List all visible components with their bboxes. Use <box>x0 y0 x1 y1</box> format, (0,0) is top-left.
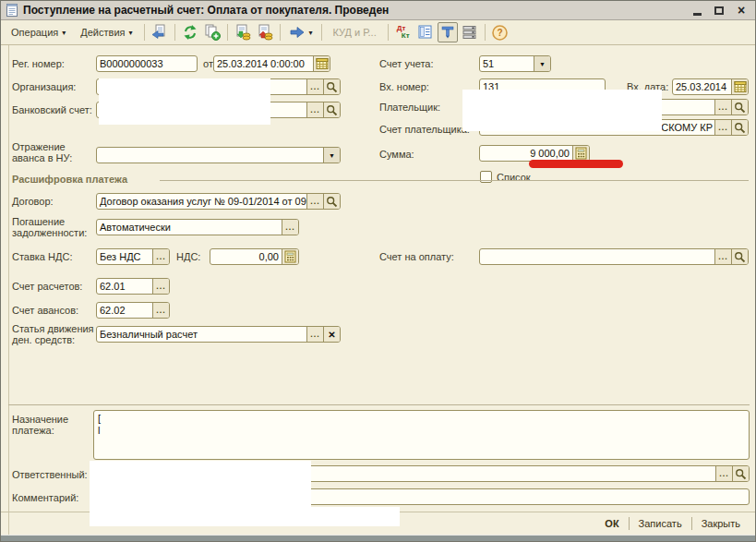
dtkt-button[interactable]: Дт Кт <box>393 22 414 42</box>
bank-account-select-button[interactable]: ... <box>306 102 323 117</box>
debt-repayment-label: Погашение задолженности: <box>12 216 93 238</box>
toolbar-separator <box>485 24 486 41</box>
structure-button[interactable] <box>460 22 480 42</box>
magnifier-icon <box>734 251 746 263</box>
advance-account-label: Счет авансов: <box>12 305 78 316</box>
contract-open-button[interactable] <box>323 194 340 209</box>
document-icon <box>6 4 18 17</box>
calculator-icon <box>575 147 587 160</box>
vat-label: НДС: <box>176 251 200 262</box>
vat-rate-select-button[interactable]: ... <box>152 249 169 264</box>
actions-menu-button[interactable]: Действия ▾ <box>74 23 138 42</box>
payment-purpose-textarea[interactable]: [ l <box>93 410 750 460</box>
responsible-open-button[interactable] <box>732 466 749 481</box>
chevron-down-icon: ▾ <box>62 29 66 37</box>
contract-select-button[interactable]: ... <box>306 194 323 209</box>
maximize-button[interactable] <box>713 4 726 17</box>
contract-value: Договор оказания услуг № 09-01/2014 от 0… <box>97 194 306 209</box>
invoice-value <box>480 249 714 264</box>
reread-button[interactable] <box>150 22 170 42</box>
responsible-label: Ответственный: <box>12 469 88 480</box>
advance-account-field[interactable]: 62.02 ... <box>96 302 170 319</box>
payer-account-open-button[interactable] <box>731 120 748 135</box>
account-combo[interactable]: 51 ▼ <box>479 55 551 72</box>
kud-button[interactable]: КУД и Р... <box>327 23 383 42</box>
journal-button[interactable] <box>415 22 436 42</box>
toolbar-separator <box>388 24 389 41</box>
invoice-field[interactable]: ... <box>479 248 749 265</box>
copy-button[interactable] <box>202 22 222 42</box>
account-value: 51 <box>480 56 534 71</box>
advance-account-select-button[interactable]: ... <box>152 303 169 318</box>
unpost-document-button[interactable] <box>255 22 275 42</box>
close-icon[interactable]: × <box>735 4 748 17</box>
invoice-select-button[interactable]: ... <box>714 249 731 264</box>
in-date-value: 25.03.2014 <box>673 79 731 94</box>
unpost-document-icon <box>257 24 273 41</box>
help-button[interactable]: ? <box>490 22 510 42</box>
redaction-overlay <box>462 90 662 131</box>
document-window: Поступление на расчетный счет: Оплата от… <box>0 0 756 542</box>
reg-number-field[interactable]: В0000000033 <box>96 55 198 72</box>
payment-details-section-title: Расшифровка платежа <box>12 174 127 185</box>
magnifier-icon <box>735 468 747 480</box>
payer-account-select-button[interactable]: ... <box>714 120 731 135</box>
cash-flow-item-value: Безналичный расчет <box>97 327 306 342</box>
settlement-account-select-button[interactable]: ... <box>152 279 169 294</box>
goto-icon <box>289 25 306 40</box>
refresh-icon <box>182 24 198 41</box>
cash-flow-item-label: Статья движения ден. средств: <box>12 323 97 345</box>
payer-open-button[interactable] <box>731 100 748 114</box>
cash-flow-item-select-button[interactable]: ... <box>306 327 323 342</box>
advance-account-value: 62.02 <box>97 303 152 318</box>
close-button[interactable]: Закрыть <box>692 516 750 531</box>
minimize-button[interactable] <box>690 4 703 17</box>
amount-value: 9 000,00 <box>480 146 572 161</box>
settlement-account-field[interactable]: 62.01 ... <box>96 278 170 295</box>
operation-menu-button[interactable]: Операция ▾ <box>5 23 72 42</box>
cash-flow-item-field[interactable]: Безналичный расчет ... ✕ <box>96 326 341 343</box>
debt-repayment-field[interactable]: Автоматически ... <box>96 219 299 235</box>
contract-field[interactable]: Договор оказания услуг № 09-01/2014 от 0… <box>96 193 341 210</box>
redaction-overlay <box>90 461 311 509</box>
vat-rate-label: Ставка НДС: <box>12 251 72 262</box>
list-checkbox[interactable] <box>480 171 492 183</box>
goto-button[interactable]: ▾ <box>285 22 317 42</box>
post-document-button[interactable] <box>233 22 253 42</box>
responsible-select-button[interactable]: ... <box>715 466 732 481</box>
amount-calculator-button[interactable] <box>572 146 589 161</box>
account-dropdown-button[interactable]: ▼ <box>534 56 550 71</box>
advance-reflection-dropdown-button[interactable]: ▼ <box>323 148 340 163</box>
vat-field[interactable]: 0,00 <box>210 248 299 265</box>
reg-date-calendar-button[interactable] <box>313 56 330 71</box>
vat-calculator-button[interactable] <box>282 249 298 264</box>
filter-button[interactable] <box>438 22 458 42</box>
vat-rate-field[interactable]: Без НДС ... <box>96 248 170 265</box>
debt-repayment-value: Автоматически <box>97 220 282 235</box>
ok-button[interactable]: ОК <box>595 516 628 531</box>
reread-document-icon <box>151 24 168 41</box>
toolbar-separator <box>280 24 281 41</box>
form-left-edge <box>8 45 9 535</box>
reg-date-field[interactable]: 25.03.2014 0:00:00 <box>213 55 330 72</box>
journal-icon <box>417 24 434 41</box>
cash-flow-item-clear-button[interactable]: ✕ <box>323 327 340 342</box>
organization-label: Организация: <box>12 81 76 92</box>
organization-select-button[interactable]: ... <box>306 79 323 94</box>
in-date-calendar-button[interactable] <box>731 79 748 94</box>
reg-number-label: Рег. номер: <box>12 58 65 69</box>
payer-select-button[interactable]: ... <box>714 100 731 114</box>
refresh-button[interactable] <box>180 22 200 42</box>
debt-repayment-select-button[interactable]: ... <box>282 220 298 235</box>
magnifier-icon <box>734 102 746 114</box>
in-date-field[interactable]: 25.03.2014 <box>672 78 749 95</box>
organization-open-button[interactable] <box>323 79 340 94</box>
advance-reflection-combo[interactable]: ▼ <box>96 147 341 163</box>
invoice-open-button[interactable] <box>731 249 748 264</box>
contract-label: Договор: <box>12 196 54 207</box>
bank-account-open-button[interactable] <box>323 102 340 117</box>
save-button[interactable]: Записать <box>630 516 691 531</box>
help-icon: ? <box>491 24 509 42</box>
annotation-underline <box>529 160 623 168</box>
calendar-icon <box>734 80 747 93</box>
